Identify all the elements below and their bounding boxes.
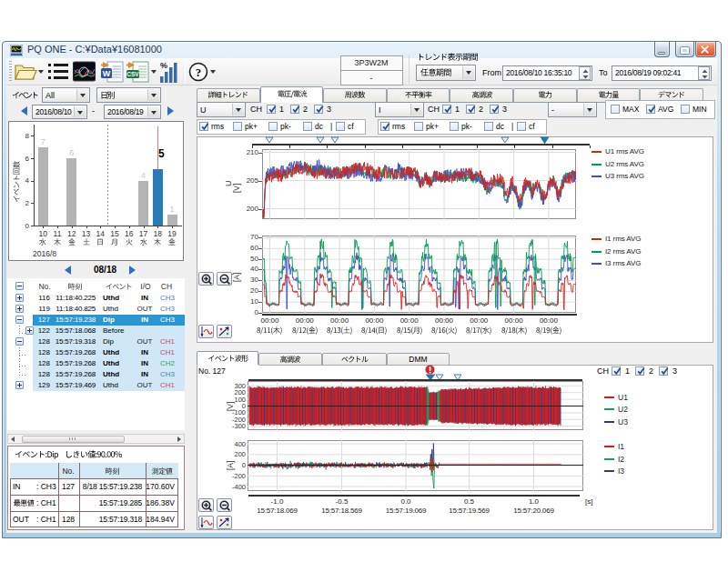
svg-text:CSV: CSV (126, 71, 139, 77)
svg-text:?: ? (196, 65, 202, 79)
svg-text:W: W (103, 69, 111, 78)
svg-text:%: % (160, 61, 167, 70)
